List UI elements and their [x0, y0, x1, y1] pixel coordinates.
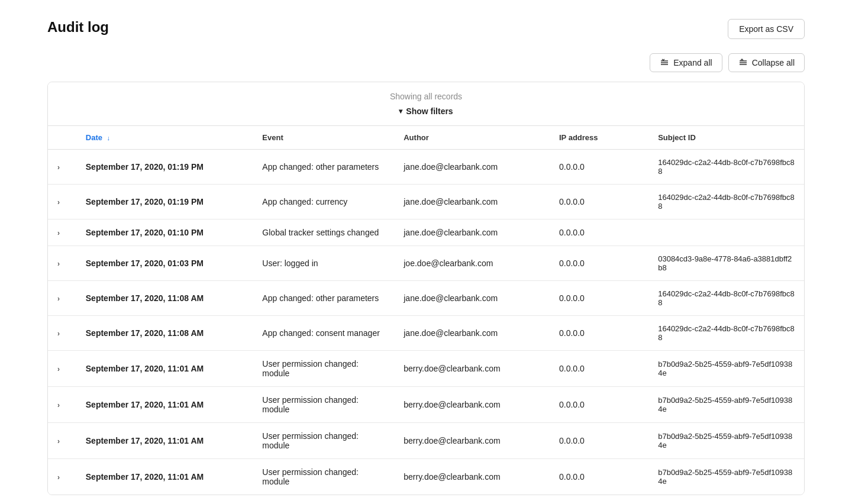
col-event-header: Event: [253, 126, 394, 150]
audit-log-table-container: Showing all records ▾ Show filters Date …: [47, 82, 805, 495]
col-author-header: Author: [394, 126, 550, 150]
expand-row-chevron[interactable]: ›: [57, 365, 60, 373]
table-header-row: Date ↓ Event Author IP address Subject I…: [48, 126, 804, 150]
table-row: › September 17, 2020, 11:08 AM App chang…: [48, 281, 804, 316]
row-subject-id: 164029dc-c2a2-44db-8c0f-c7b7698fbc88: [648, 316, 804, 351]
row-date: September 17, 2020, 01:19 PM: [76, 185, 253, 219]
row-subject-id: b7b0d9a2-5b25-4559-abf9-7e5df109384e: [648, 459, 804, 495]
toolbar-row: Expand all Collapse all: [47, 53, 805, 72]
row-subject-id: 164029dc-c2a2-44db-8c0f-c7b7698fbc88: [648, 185, 804, 219]
row-subject-id: 164029dc-c2a2-44db-8c0f-c7b7698fbc88: [648, 150, 804, 185]
row-author: jane.doe@clearbank.com: [394, 281, 550, 316]
sort-arrow-icon: ↓: [107, 134, 111, 141]
row-author: jane.doe@clearbank.com: [394, 185, 550, 219]
row-author: berry.doe@clearbank.com: [394, 351, 550, 387]
expand-row-chevron[interactable]: ›: [57, 198, 60, 206]
expand-all-button[interactable]: Expand all: [650, 53, 722, 72]
row-ip: 0.0.0.0: [550, 351, 648, 387]
row-event: App changed: currency: [253, 185, 394, 219]
row-expand-cell: ›: [48, 281, 76, 316]
table-row: › September 17, 2020, 01:19 PM App chang…: [48, 185, 804, 219]
table-row: › September 17, 2020, 11:01 AM User perm…: [48, 387, 804, 423]
row-author: jane.doe@clearbank.com: [394, 150, 550, 185]
row-ip: 0.0.0.0: [550, 316, 648, 351]
expand-row-chevron[interactable]: ›: [57, 329, 60, 338]
col-ip-header: IP address: [550, 126, 648, 150]
row-event: User permission changed: module: [253, 423, 394, 459]
table-row: › September 17, 2020, 01:03 PM User: log…: [48, 246, 804, 281]
row-event: User permission changed: module: [253, 351, 394, 387]
row-date: September 17, 2020, 01:19 PM: [76, 150, 253, 185]
row-subject-id: 03084cd3-9a8e-4778-84a6-a3881dbff2b8: [648, 246, 804, 281]
row-expand-cell: ›: [48, 387, 76, 423]
expand-row-chevron[interactable]: ›: [57, 260, 60, 268]
row-expand-cell: ›: [48, 423, 76, 459]
row-date: September 17, 2020, 11:08 AM: [76, 281, 253, 316]
row-subject-id: b7b0d9a2-5b25-4559-abf9-7e5df109384e: [648, 423, 804, 459]
showing-text: Showing all records: [57, 92, 795, 101]
chevron-down-icon: ▾: [399, 107, 402, 115]
row-expand-cell: ›: [48, 150, 76, 185]
row-author: berry.doe@clearbank.com: [394, 387, 550, 423]
table-row: › September 17, 2020, 01:10 PM Global tr…: [48, 219, 804, 246]
expand-row-chevron[interactable]: ›: [57, 229, 60, 237]
page-header: Audit log Export as CSV: [47, 19, 805, 39]
row-ip: 0.0.0.0: [550, 423, 648, 459]
export-csv-button[interactable]: Export as CSV: [728, 19, 805, 39]
row-subject-id: 164029dc-c2a2-44db-8c0f-c7b7698fbc88: [648, 281, 804, 316]
collapse-all-button[interactable]: Collapse all: [728, 53, 805, 72]
row-event: User permission changed: module: [253, 387, 394, 423]
row-expand-cell: ›: [48, 219, 76, 246]
row-expand-cell: ›: [48, 459, 76, 495]
row-author: joe.doe@clearbank.com: [394, 246, 550, 281]
row-event: User: logged in: [253, 246, 394, 281]
col-subject-header: Subject ID: [648, 126, 804, 150]
expand-row-chevron[interactable]: ›: [57, 401, 60, 409]
row-event: App changed: other parameters: [253, 281, 394, 316]
row-ip: 0.0.0.0: [550, 185, 648, 219]
row-date: September 17, 2020, 11:01 AM: [76, 423, 253, 459]
row-author: jane.doe@clearbank.com: [394, 219, 550, 246]
table-row: › September 17, 2020, 11:01 AM User perm…: [48, 351, 804, 387]
table-row: › September 17, 2020, 01:19 PM App chang…: [48, 150, 804, 185]
col-date-header[interactable]: Date ↓: [76, 126, 253, 150]
show-filters-button[interactable]: ▾ Show filters: [399, 106, 453, 116]
row-subject-id: b7b0d9a2-5b25-4559-abf9-7e5df109384e: [648, 351, 804, 387]
row-ip: 0.0.0.0: [550, 459, 648, 495]
table-row: › September 17, 2020, 11:01 AM User perm…: [48, 423, 804, 459]
row-date: September 17, 2020, 11:08 AM: [76, 316, 253, 351]
table-row: › September 17, 2020, 11:08 AM App chang…: [48, 316, 804, 351]
col-expand-header: [48, 126, 76, 150]
row-date: September 17, 2020, 11:01 AM: [76, 459, 253, 495]
row-ip: 0.0.0.0: [550, 281, 648, 316]
row-expand-cell: ›: [48, 316, 76, 351]
row-event: Global tracker settings changed: [253, 219, 394, 246]
row-ip: 0.0.0.0: [550, 387, 648, 423]
expand-row-chevron[interactable]: ›: [57, 163, 60, 172]
expand-all-label: Expand all: [673, 58, 712, 67]
expand-row-chevron[interactable]: ›: [57, 437, 60, 445]
row-date: September 17, 2020, 01:10 PM: [76, 219, 253, 246]
row-subject-id: b7b0d9a2-5b25-4559-abf9-7e5df109384e: [648, 387, 804, 423]
row-event: User permission changed: module: [253, 459, 394, 495]
row-date: September 17, 2020, 11:01 AM: [76, 351, 253, 387]
row-subject-id: [648, 219, 804, 246]
row-date: September 17, 2020, 01:03 PM: [76, 246, 253, 281]
row-author: berry.doe@clearbank.com: [394, 423, 550, 459]
row-expand-cell: ›: [48, 185, 76, 219]
expand-all-icon: [660, 58, 669, 67]
row-ip: 0.0.0.0: [550, 246, 648, 281]
row-ip: 0.0.0.0: [550, 219, 648, 246]
row-ip: 0.0.0.0: [550, 150, 648, 185]
expand-row-chevron[interactable]: ›: [57, 295, 60, 303]
collapse-all-label: Collapse all: [752, 58, 795, 67]
collapse-all-icon: [738, 58, 748, 67]
table-info-bar: Showing all records ▾ Show filters: [48, 82, 804, 126]
expand-row-chevron[interactable]: ›: [57, 473, 60, 482]
row-expand-cell: ›: [48, 351, 76, 387]
audit-log-table: Date ↓ Event Author IP address Subject I…: [48, 126, 804, 495]
row-event: App changed: consent manager: [253, 316, 394, 351]
page-title: Audit log: [47, 19, 109, 35]
table-row: › September 17, 2020, 11:01 AM User perm…: [48, 459, 804, 495]
row-date: September 17, 2020, 11:01 AM: [76, 387, 253, 423]
